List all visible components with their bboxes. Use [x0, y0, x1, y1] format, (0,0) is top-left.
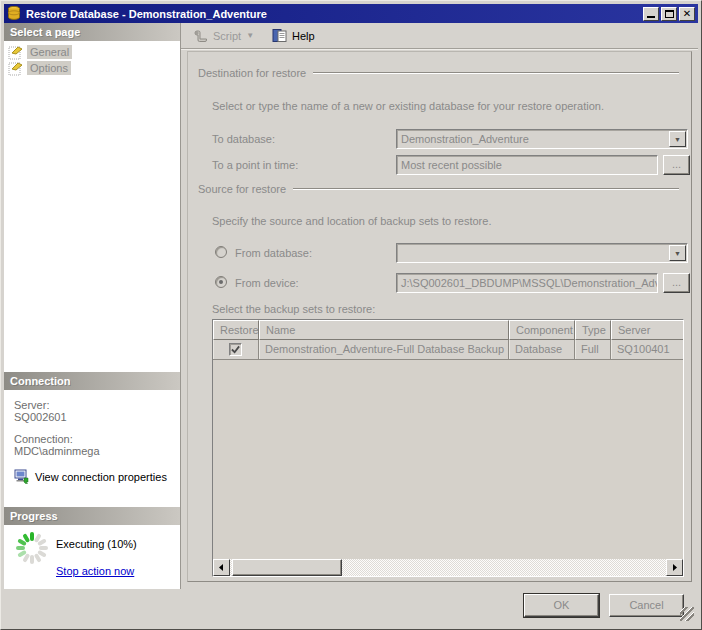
group-divider	[313, 72, 679, 74]
to-point-label: To a point in time:	[212, 159, 298, 171]
to-database-combo[interactable]: Demonstration_Adventure ▼	[396, 129, 688, 149]
backup-sets-grid: Restore Name Component Type Server De	[212, 319, 684, 577]
progress-header: Progress	[4, 507, 180, 525]
column-header-restore[interactable]: Restore	[213, 320, 259, 340]
stop-action-link[interactable]: Stop action now	[56, 565, 134, 577]
from-device-radio[interactable]	[215, 276, 227, 288]
horizontal-scrollbar[interactable]	[213, 559, 683, 576]
from-database-dropdown-icon[interactable]: ▼	[669, 245, 686, 261]
script-dropdown-icon[interactable]: ▼	[246, 31, 254, 40]
group-divider	[293, 188, 679, 190]
sidebar-item-options[interactable]: Options	[4, 60, 180, 76]
connection-header: Connection	[4, 372, 180, 390]
progress-panel: Executing (10%) Stop action now	[4, 525, 180, 589]
connection-value: MDC\adminmega	[14, 445, 180, 457]
close-button[interactable]: ✕	[679, 7, 695, 21]
column-header-name[interactable]: Name	[259, 320, 509, 340]
minimize-icon	[647, 16, 655, 18]
restore-cell	[213, 340, 259, 360]
maximize-icon	[665, 10, 674, 18]
close-icon: ✕	[683, 9, 691, 19]
from-device-browse-button[interactable]: ...	[663, 273, 690, 293]
component-cell: Database	[509, 340, 575, 360]
column-header-server[interactable]: Server	[611, 320, 684, 340]
scroll-right-button[interactable]	[666, 559, 683, 576]
scroll-left-icon	[218, 564, 225, 571]
destination-group-title: Destination for restore	[198, 67, 306, 79]
grid-header-row: Restore Name Component Type Server	[213, 320, 683, 340]
window-title: Restore Database - Demonstration_Adventu…	[26, 8, 641, 20]
to-point-browse-button[interactable]: ...	[663, 155, 690, 175]
from-device-input[interactable]: J:\SQ002601_DBDUMP\MSSQL\Demonstration_A…	[396, 273, 658, 293]
from-database-radio[interactable]	[215, 246, 227, 258]
script-button[interactable]: Script ▼	[189, 25, 258, 47]
server-label: Server:	[14, 399, 180, 411]
maximize-button[interactable]	[661, 7, 677, 21]
from-database-label: From database:	[235, 247, 312, 259]
toolbar: Script ▼ Help	[181, 23, 698, 49]
scrollbar-thumb[interactable]	[232, 559, 342, 576]
help-icon	[272, 28, 288, 43]
sidebar-item-label: General	[27, 45, 72, 59]
ok-button[interactable]: OK	[524, 594, 599, 617]
script-icon	[193, 28, 209, 43]
source-description: Specify the source and location of backu…	[212, 215, 491, 227]
restore-database-dialog: Restore Database - Demonstration_Adventu…	[0, 0, 702, 630]
cancel-button[interactable]: Cancel	[609, 594, 684, 617]
name-cell: Demonstration_Adventure-Full Database Ba…	[259, 340, 509, 360]
resize-grip[interactable]	[680, 607, 694, 621]
sidebar: Select a page General Options Connection…	[4, 23, 181, 589]
from-device-value: J:\SQ002601_DBDUMP\MSSQL\Demonstration_A…	[401, 277, 658, 289]
type-cell: Full	[575, 340, 611, 360]
server-value: SQ002601	[14, 411, 180, 423]
source-group-header: Source for restore	[198, 183, 679, 195]
column-header-type[interactable]: Type	[575, 320, 611, 340]
check-icon	[231, 345, 240, 354]
to-point-input[interactable]: Most recent possible	[396, 155, 658, 175]
table-row[interactable]: Demonstration_Adventure-Full Database Ba…	[213, 340, 683, 360]
select-a-page-header: Select a page	[4, 23, 180, 41]
from-device-label: From device:	[235, 277, 299, 289]
help-label: Help	[292, 30, 315, 42]
server-cell: SQ100401	[611, 340, 684, 360]
sidebar-item-general[interactable]: General	[4, 44, 180, 60]
progress-status: Executing (10%)	[56, 538, 137, 550]
to-point-value: Most recent possible	[401, 159, 502, 171]
source-group-title: Source for restore	[198, 183, 286, 195]
connection-panel: Server: SQ002601 Connection: MDC\adminme…	[4, 390, 180, 507]
radio-dot	[219, 280, 223, 284]
restore-checkbox[interactable]	[229, 343, 242, 356]
destination-description: Select or type the name of a new or exis…	[212, 100, 604, 112]
view-connection-properties-label: View connection properties	[35, 471, 167, 483]
page-icon	[8, 45, 23, 60]
destination-group-header: Destination for restore	[198, 67, 679, 79]
content-panel: Destination for restore Select or type t…	[187, 51, 692, 582]
from-database-combo[interactable]: ▼	[396, 243, 688, 263]
view-connection-properties-link[interactable]: View connection properties	[14, 469, 180, 484]
backup-sets-label: Select the backup sets to restore:	[212, 303, 375, 315]
script-label: Script	[213, 30, 241, 42]
to-database-value: Demonstration_Adventure	[401, 133, 529, 145]
page-icon	[8, 61, 23, 76]
column-header-component[interactable]: Component	[509, 320, 575, 340]
database-icon	[7, 6, 21, 22]
titlebar[interactable]: Restore Database - Demonstration_Adventu…	[4, 4, 698, 23]
connection-properties-icon	[14, 469, 30, 484]
sidebar-item-label: Options	[27, 61, 71, 75]
scroll-right-icon	[671, 564, 678, 571]
main-area: Script ▼ Help Destination for restore	[181, 23, 698, 626]
connection-label: Connection:	[14, 433, 180, 445]
to-database-label: To database:	[212, 133, 275, 145]
scroll-left-button[interactable]	[213, 559, 230, 576]
page-list: General Options	[4, 41, 180, 372]
help-button[interactable]: Help	[268, 25, 319, 47]
minimize-button[interactable]	[643, 7, 659, 21]
progress-spinner-icon	[14, 530, 50, 566]
to-database-dropdown-icon[interactable]: ▼	[669, 131, 686, 147]
